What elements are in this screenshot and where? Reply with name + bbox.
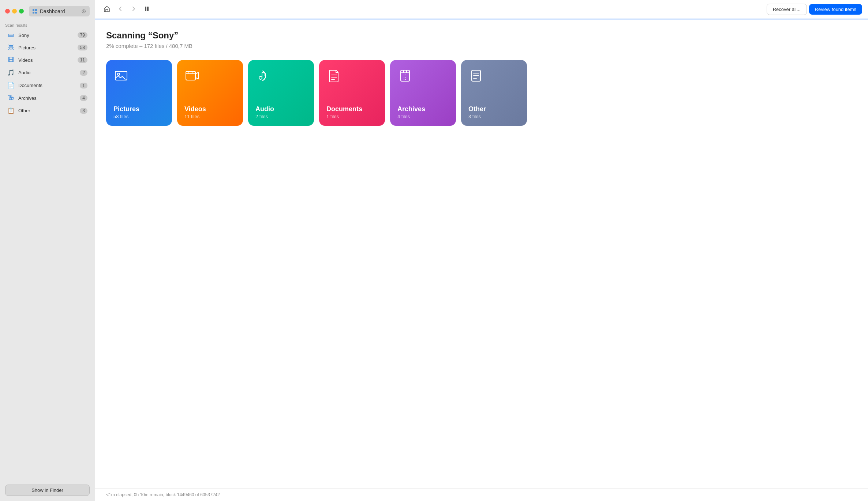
svg-point-8 [259, 76, 262, 79]
status-text: <1m elapsed, 0h 10m remain, block 144946… [106, 492, 220, 497]
music-icon: 🎵 [7, 69, 15, 76]
sidebar-item-documents-label: Documents [18, 83, 76, 88]
other-card-icon [468, 68, 484, 83]
sidebar-item-archives-count: 4 [80, 95, 87, 101]
sidebar-item-audio[interactable]: 🎵 Audio 2 [2, 67, 93, 79]
card-pictures-name: Pictures [113, 105, 165, 113]
home-button[interactable] [101, 4, 113, 15]
status-bar: <1m elapsed, 0h 10m remain, block 144946… [95, 488, 868, 501]
card-other[interactable]: Other 3 files [461, 60, 527, 126]
sidebar-item-other-label: Other [18, 108, 76, 113]
card-archives-count: 4 files [397, 114, 449, 119]
card-archives[interactable]: Archives 4 files [390, 60, 456, 126]
sidebar-item-other-count: 3 [80, 108, 87, 114]
scan-subtitle: 2% complete – 172 files / 480,7 MB [106, 43, 857, 49]
category-cards-grid: Pictures 58 files Videos 11 files [106, 60, 857, 126]
dashboard-label: Dashboard [40, 8, 65, 14]
card-audio-name: Audio [255, 105, 307, 113]
scan-results-label: Scan results [0, 21, 95, 29]
sidebar-item-videos-count: 11 [78, 57, 87, 63]
doc-icon: 📄 [7, 82, 15, 89]
toolbar: Recover all... Review found items [95, 0, 868, 19]
close-button[interactable] [5, 9, 10, 14]
card-videos-name: Videos [184, 105, 236, 113]
card-documents-count: 1 files [326, 114, 378, 119]
image-icon: 🖼 [7, 44, 15, 51]
sidebar-item-pictures-label: Pictures [18, 45, 74, 50]
card-documents[interactable]: Documents 1 files [319, 60, 385, 126]
content-area: Scanning “Sony” 2% complete – 172 files … [95, 19, 868, 488]
sidebar-item-other[interactable]: 📋 Other 3 [2, 105, 93, 117]
card-pictures-count: 58 files [113, 114, 165, 119]
review-found-items-button[interactable]: Review found items [809, 4, 862, 15]
archive-icon: 🗜 [7, 95, 15, 101]
videos-card-icon [184, 68, 200, 83]
loading-icon: ⊛ [81, 8, 86, 15]
scan-title: Scanning “Sony” [106, 30, 857, 41]
card-audio-count: 2 files [255, 114, 307, 119]
svg-rect-2 [115, 71, 127, 80]
sidebar-item-videos-label: Videos [18, 57, 74, 63]
sidebar-item-documents-count: 1 [80, 83, 87, 88]
sidebar-item-archives-label: Archives [18, 95, 76, 101]
recover-all-button[interactable]: Recover all... [767, 4, 807, 15]
documents-card-icon [326, 68, 342, 83]
dashboard-button[interactable]: Dashboard ⊛ [29, 6, 90, 16]
pictures-card-icon [113, 68, 129, 83]
sidebar-header: Dashboard ⊛ [0, 0, 95, 21]
svg-rect-1 [147, 7, 149, 11]
sidebar-item-sony-count: 79 [78, 32, 87, 38]
fullscreen-button[interactable] [19, 9, 24, 14]
card-other-name: Other [468, 105, 520, 113]
card-other-count: 3 files [468, 114, 520, 119]
sidebar-item-videos[interactable]: 🎞 Videos 11 [2, 54, 93, 66]
forward-button[interactable] [128, 4, 139, 15]
svg-point-3 [117, 73, 120, 75]
back-button[interactable] [115, 4, 126, 15]
main-panel: Recover all... Review found items Scanni… [95, 0, 868, 501]
sidebar-item-audio-count: 2 [80, 70, 87, 76]
card-videos[interactable]: Videos 11 files [177, 60, 243, 126]
sidebar-item-audio-label: Audio [18, 70, 76, 75]
sidebar-item-archives[interactable]: 🗜 Archives 4 [2, 92, 93, 104]
other-icon: 📋 [7, 107, 15, 114]
sidebar-footer: Show in Finder [0, 479, 95, 501]
film-icon: 🎞 [7, 57, 15, 63]
sidebar-item-documents[interactable]: 📄 Documents 1 [2, 79, 93, 91]
card-audio[interactable]: Audio 2 files [248, 60, 314, 126]
hdd-icon: 🖴 [7, 32, 15, 38]
dashboard-icon [33, 9, 37, 14]
sidebar-item-sony-label: Sony [18, 33, 74, 38]
card-archives-name: Archives [397, 105, 449, 113]
audio-card-icon [255, 68, 271, 83]
sidebar-item-sony[interactable]: 🖴 Sony 79 [2, 29, 93, 41]
svg-rect-4 [186, 71, 195, 80]
archives-card-icon [397, 68, 413, 83]
card-videos-count: 11 files [184, 114, 236, 119]
pause-button[interactable] [141, 4, 152, 15]
sidebar-item-pictures-count: 58 [78, 45, 87, 50]
card-documents-name: Documents [326, 105, 378, 113]
svg-rect-0 [145, 7, 146, 11]
traffic-lights [5, 9, 24, 14]
card-pictures[interactable]: Pictures 58 files [106, 60, 172, 126]
show-finder-button[interactable]: Show in Finder [5, 485, 90, 496]
sidebar: Dashboard ⊛ Scan results 🖴 Sony 79 🖼 Pic… [0, 0, 95, 501]
minimize-button[interactable] [12, 9, 17, 14]
sidebar-item-pictures[interactable]: 🖼 Pictures 58 [2, 42, 93, 53]
